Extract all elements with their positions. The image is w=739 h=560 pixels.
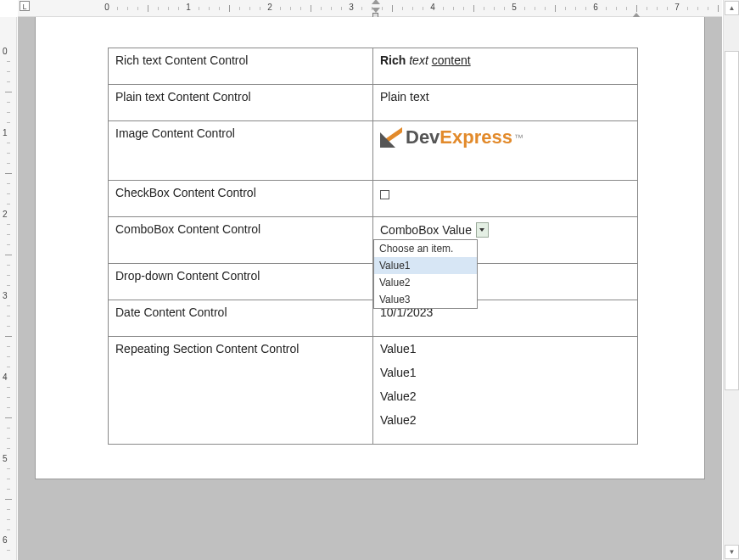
row-label: Repeating Section Content Control [109,337,373,445]
checkbox-content-control[interactable] [380,190,389,199]
table-row: ComboBox Content Control ComboBox Value … [109,217,638,264]
rich-text-bold: Rich [380,53,406,67]
combobox-option[interactable]: Value3 [374,291,477,308]
rich-text-italic: text [406,53,431,67]
richtext-content-control[interactable]: Rich text content [373,48,638,85]
combobox-content-control[interactable]: ComboBox Value [380,222,489,238]
table-row: Repeating Section Content Control Value1… [109,337,638,445]
repeating-value: Value2 [380,389,630,403]
content-controls-table: Rich text Content Control Rich text cont… [108,48,638,445]
row-label: CheckBox Content Control [109,181,373,217]
rich-text-underline: content [432,53,471,67]
table-row: Plain text Content Control Plain text [109,85,638,121]
combobox-option[interactable]: Value1 [374,257,477,274]
combobox-option-placeholder[interactable]: Choose an item. [374,240,477,257]
combobox-dropdown-list[interactable]: Choose an item. Value1 Value2 Value3 [373,239,478,309]
horizontal-ruler[interactable]: L 01234567 [18,0,722,17]
devexpress-logo: DevExpress™ [380,126,523,148]
repeating-value: Value2 [380,413,630,427]
logo-tm: ™ [514,132,523,143]
row-label: Date Content Control [109,300,373,337]
repeating-section-content-control[interactable]: Value1 Value1 Value2 Value2 [373,337,638,445]
row-label: ComboBox Content Control [109,217,373,264]
scroll-down-button[interactable]: ▼ [725,545,739,559]
table-row: CheckBox Content Control [109,181,638,217]
devexpress-logo-icon [380,127,402,148]
row-label: Image Content Control [109,121,373,181]
table-row: Rich text Content Control Rich text cont… [109,48,638,85]
row-label: Plain text Content Control [109,85,373,121]
checkbox-content-control-cell [373,181,638,217]
row-label: Drop-down Content Control [109,264,373,300]
scroll-thumb[interactable] [725,51,739,390]
document-page: Rich text Content Control Rich text cont… [35,17,705,479]
plaintext-content-control[interactable]: Plain text [373,85,638,121]
table-row: Image Content Control DevExpress™ [109,121,638,181]
combobox-value: ComboBox Value [380,223,476,237]
combobox-content-control-cell: ComboBox Value Choose an item. Value1 Va… [373,217,638,264]
tab-align-toggle[interactable]: L [20,1,30,11]
repeating-value: Value1 [380,366,630,379]
vertical-ruler[interactable]: 0123456 [0,17,17,560]
scroll-up-button[interactable]: ▲ [725,1,739,15]
image-content-control[interactable]: DevExpress™ [373,121,638,181]
combobox-dropdown-button[interactable] [476,222,489,238]
vertical-scrollbar[interactable]: ▲ ▼ [723,0,739,560]
logo-text-express: Express [439,126,512,148]
document-viewport: Rich text Content Control Rich text cont… [18,17,722,560]
combobox-option[interactable]: Value2 [374,274,477,291]
repeating-value: Value1 [380,342,630,356]
row-label: Rich text Content Control [109,48,373,85]
logo-text-dev: Dev [406,126,439,148]
